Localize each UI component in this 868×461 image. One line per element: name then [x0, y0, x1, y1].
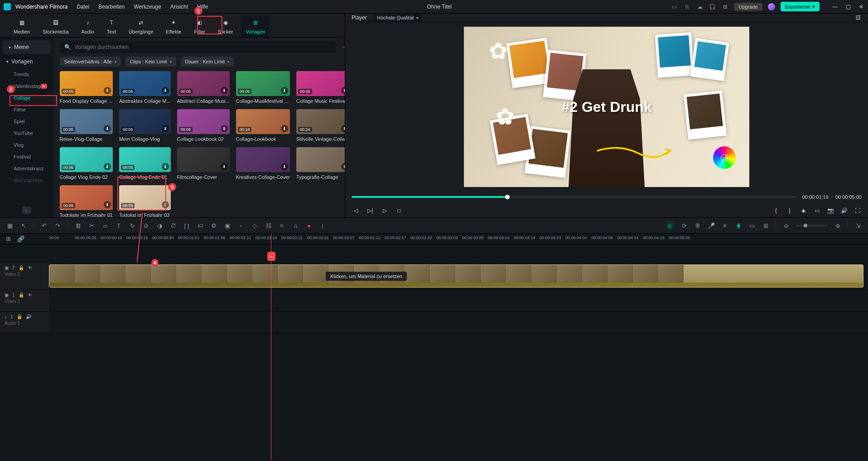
tool-audio[interactable]: ♪Audio	[77, 15, 99, 37]
user-avatar[interactable]	[768, 3, 775, 10]
export-button[interactable]: Exportieren▾	[781, 2, 820, 11]
marker-in-icon[interactable]: {	[772, 206, 780, 215]
lock-icon[interactable]: 🔓	[19, 293, 24, 298]
template-card[interactable]: 00:24⬇Stilvolle Vintage-Colla...	[296, 109, 345, 142]
sidebar-item-weihnachten[interactable]: Weihnachten	[0, 174, 53, 186]
sidebar-item-valentinstag[interactable]: ValentinstagN	[0, 80, 53, 92]
sidebar-group-mine[interactable]: Meine	[3, 40, 51, 54]
sidebar-item-festival[interactable]: Festival	[0, 151, 53, 163]
grid-icon[interactable]: ⊞	[762, 222, 769, 229]
ai-icon[interactable]: ☺	[665, 221, 674, 230]
layout-icon[interactable]: ▭	[748, 222, 756, 229]
template-card[interactable]: 00:18⬇Collage-Lookbook	[236, 109, 290, 142]
template-card[interactable]: 00:05⬇Collage Vlog Ende 02	[60, 147, 113, 180]
shield-icon[interactable]: ⛨	[694, 222, 701, 229]
speed-icon[interactable]: ⊘	[142, 222, 149, 229]
timeline-ruler[interactable]: ✂ 00:0000:00:00:0500:00:00:1000:00:00:15…	[49, 234, 868, 244]
track-head-audio1[interactable]: ♪1🔓🔊 Audio 1	[0, 312, 49, 333]
tool-effects[interactable]: ✦Effekte	[161, 15, 186, 37]
close-button[interactable]: ✕	[858, 4, 864, 10]
video-preview[interactable]: #2 Get Drunk ☺	[464, 27, 749, 187]
sidebar-item-filme[interactable]: Filme	[0, 104, 53, 115]
track-head-video1[interactable]: ▣1🔓👁 Video 1	[0, 290, 49, 311]
search-input[interactable]	[75, 44, 332, 50]
display-icon[interactable]: ▭	[813, 206, 821, 215]
zoom-in-icon[interactable]: ⊕	[834, 222, 841, 229]
crop-icon[interactable]: ▱	[101, 222, 109, 229]
mic-icon[interactable]: 🎤	[708, 222, 715, 229]
next-frame-button[interactable]: ▷|	[366, 206, 374, 215]
template-card[interactable]: 00:05⬇Collage Music Festival...	[296, 71, 345, 104]
sidebar-collapse-button[interactable]: ‹	[22, 206, 31, 214]
tool-templates[interactable]: ⊞Vorlagen	[241, 15, 270, 37]
fit-icon[interactable]: ⇲	[854, 222, 862, 229]
link-icon[interactable]: ⛓	[265, 222, 272, 229]
snap-icon[interactable]: ⋕	[735, 222, 742, 229]
track-head-video2[interactable]: ▣2🔓👁 Video 2	[0, 263, 49, 289]
sidebar-item-adventskranz[interactable]: Adventskranz	[0, 163, 53, 174]
menu-tools[interactable]: Werkzeuge	[134, 4, 161, 10]
record-icon[interactable]: ●	[305, 222, 313, 229]
undo-icon[interactable]: ↶	[40, 222, 48, 229]
template-card[interactable]: 00:05⬇Abstract Collage Musi...	[177, 71, 230, 104]
compound-icon[interactable]: ▫	[237, 222, 245, 229]
tl-select-icon[interactable]: ↖	[20, 222, 27, 229]
search-box[interactable]: 🔍	[60, 41, 336, 53]
redo-icon[interactable]: ↷	[54, 222, 61, 229]
detach-icon[interactable]: ⎋	[278, 222, 285, 229]
visibility-icon[interactable]: 👁	[28, 293, 32, 298]
seek-bar[interactable]	[352, 196, 797, 198]
sidebar-item-trends[interactable]: Trends	[0, 68, 53, 80]
template-card[interactable]: 00:05⬇Food Display Collage ...	[60, 71, 113, 104]
link-tracks-icon[interactable]: 🔗	[17, 235, 24, 243]
delete-icon[interactable]: 🗑	[74, 222, 82, 229]
cloud-icon[interactable]: ☁	[696, 3, 704, 10]
zoom-thumb[interactable]	[804, 224, 807, 227]
template-card[interactable]: ⬇Filmcollage-Cover	[177, 147, 230, 180]
template-card[interactable]: 00:05⬇Todoliste im Frühjahr 01	[60, 185, 113, 217]
tool-sticker[interactable]: ◉Sticker	[213, 15, 238, 37]
sidebar-group-templates[interactable]: Vorlagen	[0, 55, 53, 68]
template-card[interactable]: ⬇Kreatives Collage-Cover	[236, 147, 290, 180]
template-card[interactable]: ⬇Typografie-Collage	[296, 147, 345, 180]
play-button[interactable]: ▷	[381, 206, 389, 215]
tool-filter[interactable]: ◐Filter	[189, 15, 209, 37]
filter-clips[interactable]: Clips : Kein Limit	[125, 57, 176, 67]
prev-frame-button[interactable]: ◁	[352, 206, 360, 215]
add-track-icon[interactable]: ⊞	[5, 235, 12, 243]
snapshot-icon[interactable]: 🖼	[854, 14, 862, 21]
menu-edit[interactable]: Bearbeiten	[98, 4, 125, 10]
upgrade-button[interactable]: Upgrade	[734, 3, 762, 11]
stop-button[interactable]: □	[395, 206, 403, 215]
sidebar-item-youtube[interactable]: YouTube	[0, 127, 53, 139]
timeline-clip[interactable]: Klicken, um Material zu ersetzen	[49, 264, 863, 288]
music-icon[interactable]: ♫	[292, 222, 299, 229]
render-icon[interactable]: ⟳	[680, 222, 688, 229]
marker-out-icon[interactable]: }	[786, 206, 794, 215]
lock-icon[interactable]: 🔓	[19, 265, 24, 270]
volume-icon[interactable]: 🔊	[840, 206, 848, 215]
menu-view[interactable]: Ansicht	[170, 4, 188, 10]
tag-icon[interactable]: 🏷	[197, 222, 204, 229]
apps-icon[interactable]: ⊞	[722, 3, 729, 10]
layout-icon[interactable]: ▭	[671, 3, 678, 10]
rotate-icon[interactable]: ↻	[129, 222, 136, 229]
filter-aspect[interactable]: Seitenverhältnis : Alle	[60, 57, 121, 67]
marker-icon[interactable]: ◈	[799, 206, 807, 215]
sidebar-item-spiel[interactable]: Spiel	[0, 115, 53, 127]
color-icon[interactable]: ◑	[156, 222, 163, 229]
filter-duration[interactable]: Dauer : Kein Limit	[181, 57, 234, 67]
visibility-icon[interactable]: 👁	[28, 265, 32, 270]
group-icon[interactable]: ▣	[224, 222, 231, 229]
tool-stockmedia[interactable]: 🖼Stockmedia	[38, 15, 73, 37]
menu-file[interactable]: Datei	[77, 4, 89, 10]
seek-thumb[interactable]	[505, 195, 510, 199]
camera-icon[interactable]: 📷	[826, 206, 834, 215]
subtitle-icon[interactable]: ≡	[721, 222, 728, 229]
maximize-button[interactable]: ▢	[845, 4, 851, 10]
lock-icon[interactable]: 🔓	[17, 314, 22, 319]
template-card[interactable]: 00:05⬇Collage Vlog Ende 01	[119, 147, 171, 180]
save-icon[interactable]: ⎘	[684, 3, 691, 10]
zoom-slider[interactable]	[796, 225, 828, 226]
minimize-button[interactable]: —	[832, 4, 838, 10]
